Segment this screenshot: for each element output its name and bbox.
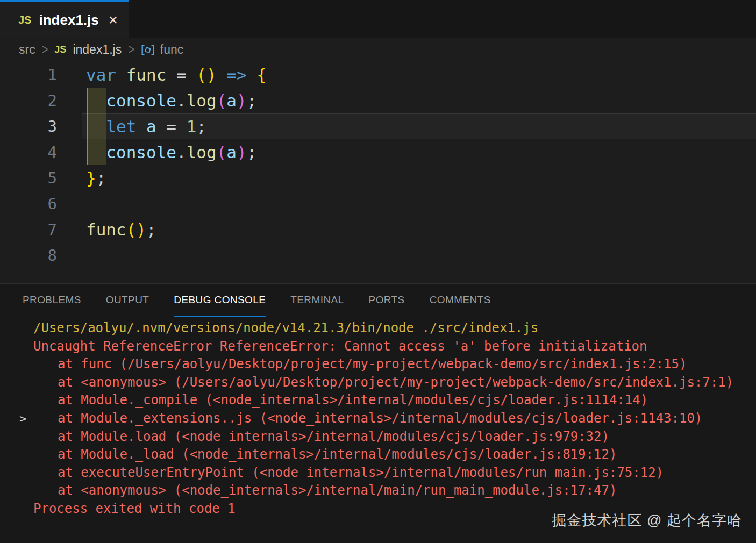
code-line-3[interactable]: 3 let a = 1;	[0, 113, 756, 139]
code-text: };	[57, 168, 106, 188]
panel-tab-terminal[interactable]: TERMINAL	[290, 284, 344, 317]
code-line-8[interactable]: 8	[0, 242, 756, 268]
console-line[interactable]: at <anonymous> (/Users/aolyu/Desktop/pro…	[0, 374, 756, 392]
close-icon[interactable]: ×	[108, 12, 118, 28]
vscode-window: JS index1.js × src > JS index1.js > func…	[0, 0, 756, 543]
console-text: Process exited with code 1	[33, 501, 236, 516]
console-line[interactable]: at <anonymous> (<node_internals>/interna…	[0, 482, 756, 500]
code-text: func();	[57, 220, 156, 239]
chevron-right-icon: >	[128, 41, 134, 58]
console-line[interactable]: at executeUserEntryPoint (<node_internal…	[0, 464, 756, 482]
line-number[interactable]: 3	[0, 117, 57, 135]
code-editor[interactable]: 1var func = () => {2 console.log(a);3 le…	[0, 62, 756, 283]
js-file-icon: JS	[18, 14, 31, 26]
js-file-icon: JS	[54, 44, 66, 55]
panel-tab-comments[interactable]: COMMENTS	[430, 284, 491, 317]
code-line-5[interactable]: 5};	[0, 165, 756, 191]
console-line: Process exited with code 1	[0, 500, 756, 518]
console-line: /Users/aolyu/.nvm/versions/node/v14.21.3…	[0, 319, 756, 338]
code-text: console.log(a);	[57, 91, 256, 110]
breadcrumb-folder[interactable]: src	[19, 42, 35, 57]
breadcrumb: src > JS index1.js > func	[0, 38, 756, 62]
breadcrumb-file[interactable]: index1.js	[73, 42, 122, 57]
console-text: at executeUserEntryPoint (<node_internal…	[58, 465, 664, 480]
panel-tab-ports[interactable]: PORTS	[369, 284, 405, 317]
editor-tab-bar: JS index1.js ×	[0, 0, 756, 38]
panel-tab-problems[interactable]: PROBLEMS	[23, 284, 81, 317]
code-line-1[interactable]: 1var func = () => {	[0, 62, 756, 88]
tab-index1-js[interactable]: JS index1.js ×	[0, 0, 129, 38]
line-number[interactable]: 6	[0, 195, 57, 213]
panel-tab-bar: PROBLEMSOUTPUTDEBUG CONSOLETERMINALPORTS…	[0, 284, 756, 317]
console-text: at Module._compile (<node_internals>/int…	[58, 392, 648, 408]
expand-chevron-icon[interactable]: >	[19, 410, 26, 428]
panel-tab-output[interactable]: OUTPUT	[106, 284, 149, 317]
line-number[interactable]: 1	[0, 66, 57, 84]
bottom-panel: PROBLEMSOUTPUTDEBUG CONSOLETERMINALPORTS…	[0, 283, 756, 543]
breadcrumb-symbol[interactable]: func	[160, 42, 183, 57]
symbol-variable-icon	[141, 43, 155, 57]
console-line: Uncaught ReferenceError ReferenceError: …	[0, 338, 756, 356]
panel-tab-debug-console[interactable]: DEBUG CONSOLE	[174, 284, 266, 317]
tab-label: index1.js	[39, 12, 101, 28]
console-line[interactable]: >at Module._extensions..js (<node_intern…	[0, 410, 756, 428]
console-line[interactable]: at Module._load (<node_internals>/intern…	[0, 446, 756, 464]
console-text: at func (/Users/aolyu/Desktop/project/my…	[58, 356, 687, 371]
console-text: at Module.load (<node_internals>/interna…	[58, 429, 609, 444]
chevron-right-icon: >	[42, 41, 48, 58]
line-number[interactable]: 8	[0, 246, 57, 265]
code-line-6[interactable]: 6	[0, 191, 756, 217]
line-number[interactable]: 7	[0, 220, 57, 239]
code-line-2[interactable]: 2 console.log(a);	[0, 88, 756, 113]
console-text: Uncaught ReferenceError ReferenceError: …	[33, 339, 647, 354]
console-text: /Users/aolyu/.nvm/versions/node/v14.21.3…	[33, 320, 538, 335]
code-text: console.log(a);	[57, 142, 256, 162]
code-line-4[interactable]: 4 console.log(a);	[0, 139, 756, 165]
line-number[interactable]: 4	[0, 143, 57, 161]
console-text: at <anonymous> (<node_internals>/interna…	[58, 483, 617, 498]
console-line[interactable]: at Module._compile (<node_internals>/int…	[0, 391, 756, 410]
code-line-7[interactable]: 7func();	[0, 217, 756, 242]
debug-console-output: /Users/aolyu/.nvm/versions/node/v14.21.3…	[0, 317, 756, 543]
console-text: at <anonymous> (/Users/aolyu/Desktop/pro…	[58, 375, 733, 390]
console-line[interactable]: at func (/Users/aolyu/Desktop/project/my…	[0, 355, 756, 374]
console-line[interactable]: at Module.load (<node_internals>/interna…	[0, 428, 756, 446]
line-number[interactable]: 2	[0, 91, 57, 110]
console-text: at Module._extensions..js (<node_interna…	[58, 411, 702, 426]
code-text: var func = () => {	[57, 65, 267, 84]
code-text: let a = 1;	[57, 117, 206, 136]
console-text: at Module._load (<node_internals>/intern…	[58, 447, 617, 462]
line-number[interactable]: 5	[0, 169, 57, 187]
